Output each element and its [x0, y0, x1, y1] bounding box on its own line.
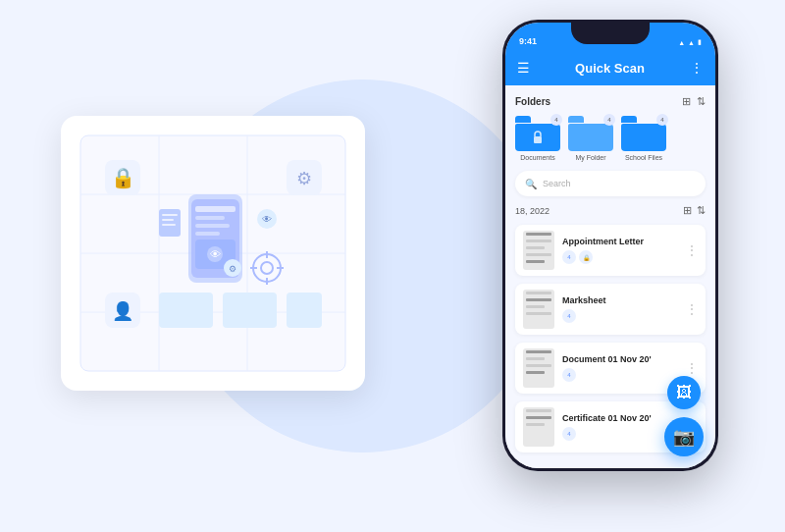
folder-body-light — [568, 124, 613, 151]
folder-add-icon[interactable]: ⊞ — [682, 95, 691, 108]
doc-badge-count-3: 4 — [562, 427, 576, 441]
folder-name-myfolder: My Folder — [575, 154, 605, 161]
doc-badge-count-2: 4 — [562, 368, 576, 382]
doc-badge-count-1: 4 — [562, 309, 576, 323]
doc-badges-0: 4 🔒 — [562, 250, 678, 264]
fab-container: 🖼 📷 — [664, 376, 704, 456]
folder-name-schoolfiles: School Files — [625, 154, 662, 161]
folder-item-myfolder[interactable]: 4 My Folder — [568, 116, 613, 161]
folders-title: Folders — [515, 96, 550, 107]
menu-icon[interactable]: ☰ — [517, 60, 530, 76]
doc-badges-3: 4 — [562, 427, 678, 441]
doc-menu-0[interactable]: ⋮ — [686, 243, 698, 257]
folders-row: 4 Documents 4 My Folder — [515, 116, 706, 161]
svg-rect-18 — [195, 216, 225, 220]
folder-name-documents: Documents — [520, 154, 554, 161]
doc-badge-lock-0: 🔒 — [579, 250, 593, 264]
date-text: 18, 2022 — [515, 206, 550, 216]
folder-icon-documents: 4 — [515, 116, 560, 151]
doc-menu-2[interactable]: ⋮ — [686, 361, 698, 375]
folder-item-documents[interactable]: 4 Documents — [515, 116, 560, 161]
doc-thumb-3 — [523, 407, 554, 447]
doc-name-1: Marksheet — [562, 295, 678, 305]
doc-thumb-1 — [523, 290, 554, 329]
svg-text:👤: 👤 — [112, 300, 134, 322]
search-placeholder: Search — [543, 179, 571, 188]
status-icons: ▲ ▲ ▮ — [678, 38, 702, 46]
folder-icon-schoolfiles: 4 — [621, 116, 666, 151]
doc-info-3: Certificate 01 Nov 20' 4 — [562, 413, 678, 441]
search-bar[interactable]: 🔍 Search — [515, 171, 706, 196]
svg-rect-35 — [162, 214, 178, 216]
signal-icon: ▲ — [678, 39, 685, 46]
phone-device: 9:41 ▲ ▲ ▮ ☰ Quick Scan ⋮ Folders — [502, 20, 718, 471]
date-header: 18, 2022 ⊞ ⇅ — [515, 204, 706, 217]
folders-section-header: Folders ⊞ ⇅ — [515, 95, 706, 108]
sort-icon[interactable]: ⇅ — [697, 204, 706, 217]
lock-icon — [532, 131, 544, 144]
doc-info-0: Appointment Letter 4 🔒 — [562, 237, 678, 264]
fab-primary-icon: 📷 — [673, 426, 695, 448]
folder-body-school — [621, 124, 666, 151]
svg-text:👁: 👁 — [262, 214, 272, 225]
svg-rect-38 — [534, 136, 542, 143]
svg-rect-14 — [287, 293, 322, 328]
phone-notch — [571, 23, 650, 44]
fab-secondary-button[interactable]: 🖼 — [667, 376, 701, 409]
doc-thumb-0 — [523, 231, 554, 270]
svg-rect-36 — [162, 219, 174, 221]
svg-rect-17 — [195, 206, 236, 212]
folder-item-schoolfiles[interactable]: 4 School Files — [621, 116, 666, 161]
doc-info-2: Document 01 Nov 20' 4 — [562, 354, 678, 382]
doc-badges-1: 4 — [562, 309, 678, 323]
phone-wrapper: 9:41 ▲ ▲ ▮ ☰ Quick Scan ⋮ Folders — [502, 20, 718, 471]
svg-rect-34 — [159, 209, 181, 237]
doc-menu-1[interactable]: ⋮ — [686, 302, 698, 316]
folder-tab — [515, 116, 531, 123]
more-icon[interactable]: ⋮ — [690, 60, 704, 76]
fab-secondary-icon: 🖼 — [676, 384, 692, 401]
folder-count-schoolfiles: 4 — [656, 114, 668, 126]
svg-rect-20 — [195, 232, 220, 236]
folder-body — [515, 124, 560, 151]
svg-text:🔒: 🔒 — [111, 166, 135, 189]
doc-name-0: Appointment Letter — [562, 237, 678, 246]
illustration-svg: 🔒 ⚙ 👤 👁 👁 ⚙ — [61, 116, 365, 391]
grid-view-icon[interactable]: ⊞ — [683, 204, 692, 217]
wifi-icon: ▲ — [688, 39, 695, 46]
folder-tab-school — [621, 116, 637, 123]
illustration-card: 🔒 ⚙ 👤 👁 👁 ⚙ — [61, 116, 365, 391]
doc-badge-count-0: 4 — [562, 250, 576, 264]
folder-sort-icon[interactable]: ⇅ — [697, 95, 706, 108]
search-icon: 🔍 — [525, 179, 537, 189]
folder-count-documents: 4 — [550, 114, 562, 126]
battery-icon: ▮ — [698, 38, 702, 46]
view-icons: ⊞ ⇅ — [683, 204, 706, 217]
folder-tab-light — [568, 116, 584, 123]
doc-item-1[interactable]: Marksheet 4 ⋮ — [515, 284, 706, 335]
doc-thumb-2 — [523, 348, 554, 388]
svg-rect-19 — [195, 224, 230, 228]
svg-text:⚙: ⚙ — [296, 169, 312, 188]
doc-item-0[interactable]: Appointment Letter 4 🔒 ⋮ — [515, 225, 706, 276]
phone-screen: 9:41 ▲ ▲ ▮ ☰ Quick Scan ⋮ Folders — [505, 23, 715, 468]
svg-rect-12 — [159, 293, 213, 328]
doc-name-2: Document 01 Nov 20' — [562, 354, 678, 364]
svg-text:⚙: ⚙ — [229, 264, 236, 274]
app-header: ☰ Quick Scan ⋮ — [505, 50, 715, 85]
folder-icon-myfolder: 4 — [568, 116, 613, 151]
doc-name-3: Certificate 01 Nov 20' — [562, 413, 678, 423]
doc-badges-2: 4 — [562, 368, 678, 382]
doc-info-1: Marksheet 4 — [562, 295, 678, 323]
status-time: 9:41 — [519, 36, 537, 46]
svg-rect-37 — [162, 224, 176, 226]
folders-actions: ⊞ ⇅ — [682, 95, 706, 108]
fab-primary-button[interactable]: 📷 — [664, 417, 704, 456]
app-title: Quick Scan — [575, 61, 645, 76]
svg-rect-13 — [223, 293, 277, 328]
folder-count-myfolder: 4 — [603, 114, 615, 126]
svg-text:👁: 👁 — [210, 248, 221, 260]
